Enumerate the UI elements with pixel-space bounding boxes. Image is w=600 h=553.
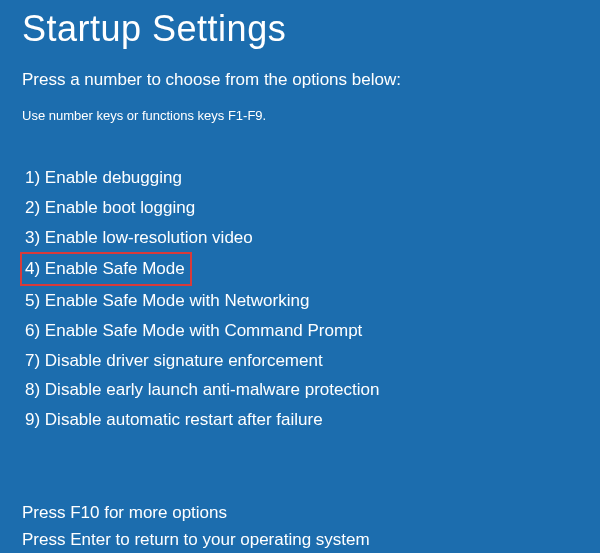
option-item-4[interactable]: 4) Enable Safe Mode [20, 252, 192, 286]
more-options-text: Press F10 for more options [22, 499, 370, 526]
option-row-1[interactable]: 1) Enable debugging [22, 163, 578, 193]
subinstruction-text: Use number keys or functions keys F1-F9. [22, 108, 578, 123]
option-row-8[interactable]: 8) Disable early launch anti-malware pro… [22, 375, 578, 405]
option-item-5[interactable]: 5) Enable Safe Mode with Networking [22, 286, 312, 316]
option-item-9[interactable]: 9) Disable automatic restart after failu… [22, 405, 326, 435]
instruction-text: Press a number to choose from the option… [22, 70, 578, 90]
option-item-6[interactable]: 6) Enable Safe Mode with Command Prompt [22, 316, 365, 346]
option-row-9[interactable]: 9) Disable automatic restart after failu… [22, 405, 578, 435]
option-row-6[interactable]: 6) Enable Safe Mode with Command Prompt [22, 316, 578, 346]
option-row-2[interactable]: 2) Enable boot logging [22, 193, 578, 223]
option-item-8[interactable]: 8) Disable early launch anti-malware pro… [22, 375, 382, 405]
option-item-7[interactable]: 7) Disable driver signature enforcement [22, 346, 326, 376]
options-list: 1) Enable debugging2) Enable boot loggin… [22, 163, 578, 435]
option-item-3[interactable]: 3) Enable low-resolution video [22, 223, 256, 253]
option-row-3[interactable]: 3) Enable low-resolution video [22, 223, 578, 253]
option-row-7[interactable]: 7) Disable driver signature enforcement [22, 346, 578, 376]
footer: Press F10 for more options Press Enter t… [22, 499, 370, 553]
option-item-2[interactable]: 2) Enable boot logging [22, 193, 198, 223]
page-title: Startup Settings [22, 0, 578, 50]
option-row-5[interactable]: 5) Enable Safe Mode with Networking [22, 286, 578, 316]
option-item-1[interactable]: 1) Enable debugging [22, 163, 185, 193]
return-text: Press Enter to return to your operating … [22, 526, 370, 553]
option-row-4[interactable]: 4) Enable Safe Mode [22, 252, 578, 286]
